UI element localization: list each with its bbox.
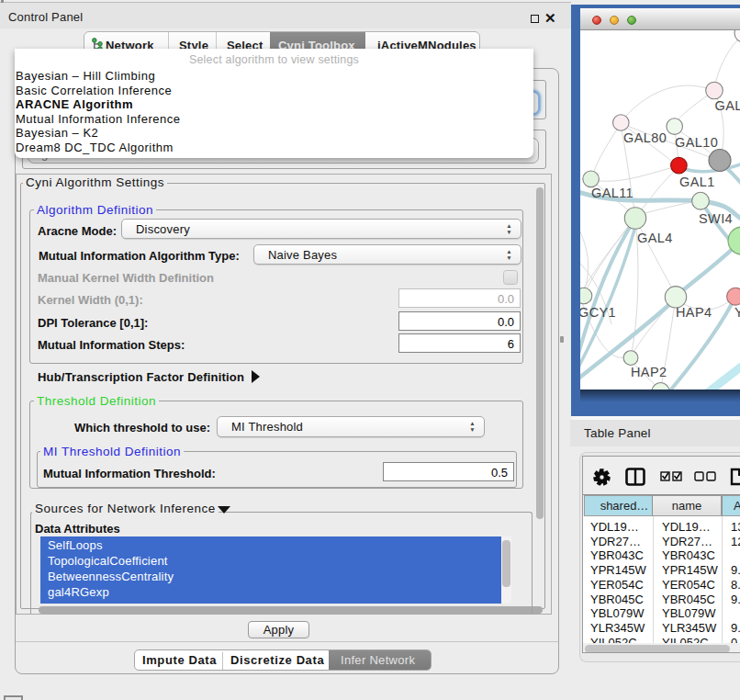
svg-text:HAP4: HAP4	[676, 305, 712, 320]
svg-text:GAL11: GAL11	[591, 186, 633, 200]
svg-text:GCY1: GCY1	[580, 305, 616, 320]
svg-text:SWI4: SWI4	[699, 211, 733, 226]
svg-text:GAL7: GAL7	[715, 98, 740, 113]
svg-text:GAL4: GAL4	[637, 231, 673, 245]
svg-text:GAL80: GAL80	[623, 130, 667, 145]
svg-text:Y: Y	[734, 305, 740, 320]
svg-text:GAL1: GAL1	[679, 175, 715, 189]
svg-text:GAL10: GAL10	[675, 135, 718, 150]
svg-text:HAP2: HAP2	[631, 365, 667, 379]
